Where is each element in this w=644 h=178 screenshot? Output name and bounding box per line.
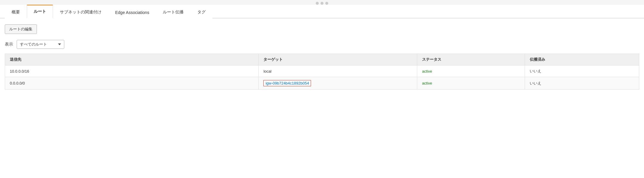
tabs-bar: 概要 ルート サブネットの関連付け Edge Associations ルート伝…	[0, 5, 644, 18]
chevron-down-icon	[58, 43, 61, 45]
content-area: ルートの編集 表示 すべてのルート 送信先 ターゲット ステータス 伝播済み 1…	[0, 18, 644, 96]
table-row: 0.0.0.0/0 igw-09b724b4c1892b054 active い…	[5, 77, 639, 90]
tab-route-propagation[interactable]: ルート伝播	[156, 6, 190, 18]
wc-dot-2	[321, 2, 323, 5]
tab-overview[interactable]: 概要	[5, 6, 27, 18]
col-header-propagated: 伝播済み	[525, 54, 639, 65]
routes-table: 送信先 ターゲット ステータス 伝播済み 10.0.0.0/16 local a…	[5, 54, 639, 90]
tab-edge-associations[interactable]: Edge Associations	[108, 6, 156, 18]
table-row: 10.0.0.0/16 local active いいえ	[5, 65, 639, 77]
filter-row: 表示 すべてのルート	[5, 40, 639, 49]
window-controls	[0, 0, 644, 5]
filter-select-value: すべてのルート	[20, 42, 47, 47]
tab-subnets[interactable]: サブネットの関連付け	[53, 6, 108, 18]
cell-propagated-1: いいえ	[525, 65, 639, 77]
col-header-target: ターゲット	[259, 54, 417, 65]
col-header-status: ステータス	[417, 54, 525, 65]
filter-label: 表示	[5, 42, 13, 47]
tab-tags[interactable]: タグ	[190, 6, 212, 18]
cell-destination-2: 0.0.0.0/0	[5, 77, 259, 90]
wc-dot-3	[325, 2, 328, 5]
cell-destination-1: 10.0.0.0/16	[5, 65, 259, 77]
filter-select[interactable]: すべてのルート	[17, 40, 64, 49]
tab-routes[interactable]: ルート	[27, 5, 53, 18]
cell-target-2[interactable]: igw-09b724b4c1892b054	[259, 77, 417, 90]
status-badge-1: active	[422, 69, 432, 74]
col-header-destination: 送信先	[5, 54, 259, 65]
edit-routes-button[interactable]: ルートの編集	[5, 24, 37, 34]
wc-dot-1	[316, 2, 319, 5]
cell-propagated-2: いいえ	[525, 77, 639, 90]
igw-link[interactable]: igw-09b724b4c1892b054	[263, 80, 311, 86]
table-header-row: 送信先 ターゲット ステータス 伝播済み	[5, 54, 639, 65]
status-badge-2: active	[422, 81, 432, 85]
cell-status-1: active	[417, 65, 525, 77]
cell-target-1: local	[259, 65, 417, 77]
cell-status-2: active	[417, 77, 525, 90]
